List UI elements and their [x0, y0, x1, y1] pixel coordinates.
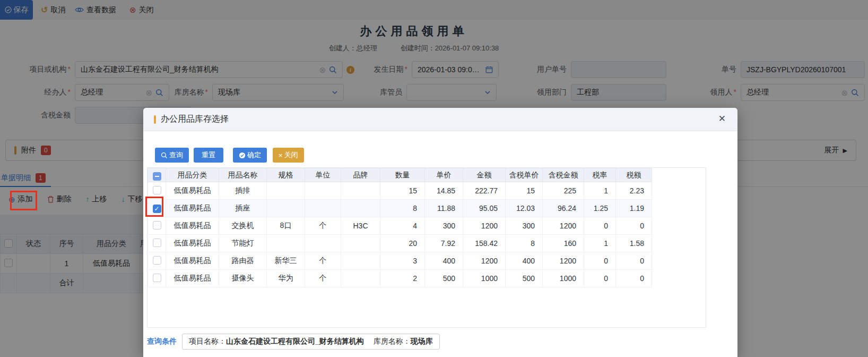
- stock-cell: 7.92: [425, 235, 463, 252]
- stock-cell: 400: [425, 252, 463, 270]
- stock-cell: 路由器: [219, 252, 267, 270]
- modal-header: 办公用品库存选择 ✕: [143, 108, 737, 131]
- modal-close-button[interactable]: × 关闭: [273, 148, 304, 163]
- stock-cell: 插座: [219, 200, 267, 217]
- stock-cell: 低值易耗品: [166, 270, 219, 287]
- stock-cell: 158.42: [463, 235, 506, 252]
- stock-column-header: 单位: [305, 168, 341, 182]
- stock-cell: 2: [380, 270, 425, 287]
- stock-cell: 1200: [543, 217, 584, 235]
- stock-cell: 8: [506, 235, 543, 252]
- query-condition-label: 查询条件: [147, 337, 177, 346]
- stock-column-header: 规格: [267, 168, 305, 182]
- annotation-box-add-button: [10, 191, 37, 210]
- modal-button-bar: 查询 重置 确定 × 关闭: [155, 148, 304, 163]
- stock-cell: 1200: [543, 252, 584, 270]
- stock-cell: 低值易耗品: [166, 252, 219, 270]
- stock-cell: 1: [584, 235, 616, 252]
- stock-cell: [305, 182, 341, 200]
- stock-cell: H3C: [341, 217, 380, 235]
- stock-cell: 低值易耗品: [166, 217, 219, 235]
- stock-column-header: 用品名称: [219, 168, 267, 182]
- stock-cell: [267, 200, 305, 217]
- stock-cell: 1000: [463, 270, 506, 287]
- stock-cell: [267, 235, 305, 252]
- modal-close-button-label: 关闭: [284, 150, 298, 160]
- stock-cell: 400: [506, 252, 543, 270]
- stock-column-header: 用品分类: [166, 168, 219, 182]
- stock-cell: [341, 182, 380, 200]
- stock-table-head-row: 用品分类用品名称规格单位品牌数量单价金额含税单价含税金额税率税额: [148, 168, 652, 182]
- query-button[interactable]: 查询: [155, 148, 189, 163]
- stock-cell: 新华三: [267, 252, 305, 270]
- stock-cell: 0: [616, 252, 652, 270]
- stock-cell: 摄像头: [219, 270, 267, 287]
- stock-cell: 8: [380, 200, 425, 217]
- stock-cell: 11.88: [425, 200, 463, 217]
- stock-table-row: 低值易耗品交换机8口个H3C43001200300120000: [148, 217, 652, 235]
- stock-cell: 低值易耗品: [166, 200, 219, 217]
- reset-button[interactable]: 重置: [194, 148, 223, 163]
- stock-cell: 节能灯: [219, 235, 267, 252]
- stock-cell: 个: [305, 252, 341, 270]
- stock-row-checkbox[interactable]: [153, 221, 161, 230]
- stock-select-all-checkbox[interactable]: [153, 172, 161, 181]
- query-condition-box: 项目名称：山东金石建设工程有限公司_财务结算机构 库房名称：现场库: [182, 334, 440, 350]
- stock-cell: 15: [380, 182, 425, 200]
- stock-cell: 95.05: [463, 200, 506, 217]
- stock-table-row: 低值易耗品路由器新华三个34001200400120000: [148, 252, 652, 270]
- stock-cell: [267, 182, 305, 200]
- stock-cell: 0: [584, 252, 616, 270]
- stock-cell: 0: [616, 270, 652, 287]
- stock-cell: 225: [543, 182, 584, 200]
- stock-cell: 0: [584, 217, 616, 235]
- stock-cell: 1.25: [584, 200, 616, 217]
- stock-cell: 1: [584, 182, 616, 200]
- stock-cell: 0: [584, 270, 616, 287]
- stock-cell: 14.85: [425, 182, 463, 200]
- stock-cell: 300: [506, 217, 543, 235]
- stock-cell: [341, 270, 380, 287]
- stock-cell: 华为: [267, 270, 305, 287]
- stock-cell: 500: [425, 270, 463, 287]
- stock-column-header: 单价: [425, 168, 463, 182]
- check-circle-icon: [239, 152, 246, 159]
- stock-row-checkbox[interactable]: [153, 256, 161, 265]
- stock-cell: [341, 252, 380, 270]
- stock-column-header: 含税金额: [543, 168, 584, 182]
- stock-cell: 500: [506, 270, 543, 287]
- modal-title: 办公用品库存选择: [161, 114, 229, 125]
- stock-cell: 20: [380, 235, 425, 252]
- modal-close-icon[interactable]: ✕: [718, 114, 726, 123]
- stock-column-header: 金额: [463, 168, 506, 182]
- stock-cell: 8口: [267, 217, 305, 235]
- stock-row-checkbox[interactable]: [153, 239, 161, 247]
- warehouse-condition: 库房名称：现场库: [374, 337, 433, 346]
- confirm-button[interactable]: 确定: [233, 148, 267, 163]
- stock-cell: 222.77: [463, 182, 506, 200]
- stock-cell: 交换机: [219, 217, 267, 235]
- stock-row-checkbox[interactable]: [153, 274, 161, 282]
- stock-column-header: 品牌: [341, 168, 380, 182]
- stock-cell: 15: [506, 182, 543, 200]
- search-icon: [161, 152, 168, 159]
- stock-cell: 1.19: [616, 200, 652, 217]
- stock-cell: [305, 200, 341, 217]
- stock-row-checkbox[interactable]: [153, 186, 161, 194]
- x-icon: ×: [279, 151, 283, 159]
- stock-cell: 4: [380, 217, 425, 235]
- stock-cell: 3: [380, 252, 425, 270]
- project-condition: 项目名称：山东金石建设工程有限公司_财务结算机构: [189, 337, 364, 346]
- stock-cell: 个: [305, 217, 341, 235]
- stock-table-row: 低值易耗品节能灯207.92158.42816011.58: [148, 235, 652, 252]
- stock-cell: 1000: [543, 270, 584, 287]
- stock-cell: 2.23: [616, 182, 652, 200]
- stock-cell: 96.24: [543, 200, 584, 217]
- stock-cell: [341, 235, 380, 252]
- stock-cell: 1.58: [616, 235, 652, 252]
- stock-cell: 1200: [463, 217, 506, 235]
- stock-cell: 低值易耗品: [166, 235, 219, 252]
- stock-cell: 12.03: [506, 200, 543, 217]
- stock-cell: 低值易耗品: [166, 182, 219, 200]
- stock-table-container: 用品分类用品名称规格单位品牌数量单价金额含税单价含税金额税率税额 低值易耗品插排…: [147, 167, 706, 328]
